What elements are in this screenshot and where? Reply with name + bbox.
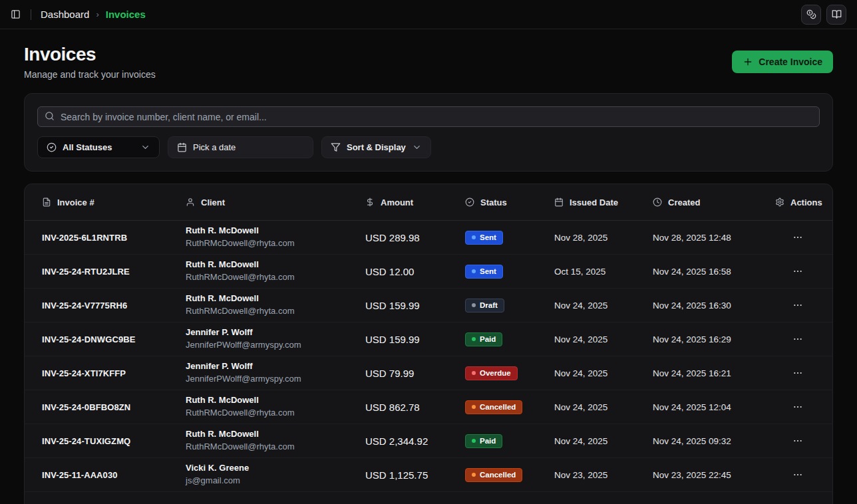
circle-check-icon bbox=[47, 142, 57, 152]
client-name: Jennifer P. Wolff bbox=[186, 326, 365, 339]
invoice-number: INV-25-24-XTI7KFFP bbox=[42, 368, 186, 378]
clock-icon bbox=[653, 197, 662, 207]
ellipsis-icon bbox=[792, 436, 803, 446]
invoice-amount: USD 862.78 bbox=[365, 402, 465, 413]
table-row[interactable]: INV-25-24-V7775RH6Ruth R. McDowellRuthRM… bbox=[25, 289, 832, 322]
status-badge: Paid bbox=[465, 434, 502, 448]
sidebar-toggle-button[interactable] bbox=[5, 5, 25, 25]
invoice-number: INV-25-24-0BFBO8ZN bbox=[42, 402, 186, 412]
client-name: Ruth R. McDowell bbox=[186, 225, 365, 237]
row-actions-button[interactable] bbox=[790, 263, 806, 279]
row-actions-button[interactable] bbox=[790, 365, 806, 381]
currency-button[interactable] bbox=[801, 5, 821, 25]
status-cell: Sent bbox=[465, 230, 554, 245]
docs-button[interactable] bbox=[826, 5, 846, 25]
table-row[interactable]: INV-25-24-XTI7KFFPJennifer P. WolffJenni… bbox=[25, 356, 832, 390]
table-row[interactable]: INV-25-24-DNWGC9BEJennifer P. WolffJenni… bbox=[25, 322, 832, 356]
client-name: Ruth R. McDowell bbox=[186, 428, 365, 441]
ellipsis-icon bbox=[792, 334, 803, 344]
search-input[interactable] bbox=[37, 106, 820, 127]
column-header-actions: Actions bbox=[775, 197, 822, 207]
column-header-client: Client bbox=[186, 197, 365, 207]
table-row[interactable]: INV-25-11-AAA030Vicki K. Greenejs@gmail.… bbox=[25, 458, 832, 492]
create-invoice-button[interactable]: Create Invoice bbox=[732, 51, 833, 73]
circle-check-icon bbox=[465, 197, 474, 207]
actions-cell bbox=[775, 331, 815, 347]
invoice-number: INV-25-24-V7775RH6 bbox=[42, 301, 186, 311]
actions-cell bbox=[775, 263, 815, 279]
created-date: Nov 24, 2025 16:21 bbox=[653, 368, 775, 378]
invoice-amount: USD 289.98 bbox=[365, 232, 465, 243]
issued-date: Nov 24, 2025 bbox=[554, 402, 653, 412]
status-cell: Draft bbox=[465, 298, 554, 313]
table-header-row: Invoice #ClientAmountStatusIssued DateCr… bbox=[25, 184, 832, 221]
breadcrumb-invoices: Invoices bbox=[106, 9, 146, 20]
row-actions-button[interactable] bbox=[790, 467, 806, 483]
invoice-number: INV-25-11-AAA030 bbox=[42, 470, 186, 480]
status-badge: Cancelled bbox=[465, 468, 522, 482]
plus-icon bbox=[743, 57, 753, 67]
status-badge: Cancelled bbox=[465, 400, 522, 414]
topbar-divider bbox=[31, 9, 31, 20]
client-name: Ruth R. McDowell bbox=[186, 394, 365, 407]
client-email: js@gmail.com bbox=[186, 475, 365, 487]
search-icon bbox=[45, 111, 55, 121]
row-actions-button[interactable] bbox=[790, 297, 806, 313]
status-badge: Paid bbox=[465, 332, 502, 346]
table-row[interactable]: INV-2025-6L1RNTRBRuth R. McDowellRuthRMc… bbox=[25, 221, 832, 255]
filters-panel: All Statuses Pick a date Sort & Display bbox=[24, 93, 833, 172]
issued-date: Nov 24, 2025 bbox=[554, 436, 653, 446]
status-badge: Draft bbox=[465, 299, 504, 313]
table-row[interactable]: INV-25-24-TUXIGZMQRuth R. McDowellRuthRM… bbox=[25, 424, 832, 458]
date-filter-button[interactable]: Pick a date bbox=[168, 136, 313, 158]
status-cell: Paid bbox=[465, 332, 554, 346]
status-filter-dropdown[interactable]: All Statuses bbox=[37, 136, 160, 158]
client-cell: Jennifer P. WolffJenniferPWolff@armyspy.… bbox=[186, 360, 365, 386]
status-cell: Sent bbox=[465, 264, 554, 279]
sort-display-dropdown[interactable]: Sort & Display bbox=[321, 136, 431, 158]
created-date: Nov 24, 2025 12:04 bbox=[653, 402, 775, 412]
table-row[interactable]: Ruth R. McDowell bbox=[25, 492, 832, 504]
client-cell: Ruth R. McDowellRuthRMcDowell@rhyta.com bbox=[186, 428, 365, 453]
created-date: Nov 24, 2025 16:29 bbox=[653, 334, 775, 344]
dollar-icon bbox=[365, 197, 375, 207]
breadcrumb-separator: › bbox=[96, 9, 98, 19]
client-email: RuthRMcDowell@rhyta.com bbox=[186, 271, 365, 284]
column-header-status: Status bbox=[465, 197, 554, 207]
table-row[interactable]: INV-25-24-RTU2JLRERuth R. McDowellRuthRM… bbox=[25, 255, 832, 289]
coins-icon bbox=[806, 9, 816, 19]
status-cell: Cancelled bbox=[465, 400, 554, 414]
status-cell: Overdue bbox=[465, 366, 554, 380]
status-badge: Overdue bbox=[465, 366, 518, 380]
client-email: JenniferPWolff@armyspy.com bbox=[186, 339, 365, 352]
column-header-issued-date: Issued Date bbox=[554, 197, 653, 207]
breadcrumb-dashboard[interactable]: Dashboard bbox=[41, 9, 89, 20]
actions-cell bbox=[775, 433, 815, 449]
book-open-icon bbox=[832, 9, 842, 19]
top-bar: Dashboard › Invoices bbox=[0, 0, 857, 29]
client-email: RuthRMcDowell@rhyta.com bbox=[186, 305, 365, 318]
actions-cell bbox=[775, 365, 815, 381]
chevron-down-icon bbox=[412, 142, 422, 152]
row-actions-button[interactable] bbox=[790, 229, 806, 245]
table-row[interactable]: INV-25-24-0BFBO8ZNRuth R. McDowellRuthRM… bbox=[25, 390, 832, 424]
issued-date: Nov 24, 2025 bbox=[554, 301, 653, 311]
created-date: Nov 24, 2025 16:30 bbox=[653, 301, 775, 311]
row-actions-button[interactable] bbox=[790, 331, 806, 347]
panel-left-icon bbox=[11, 9, 21, 19]
breadcrumb: Dashboard › Invoices bbox=[41, 9, 146, 20]
gear-icon bbox=[775, 197, 784, 207]
issued-date: Oct 15, 2025 bbox=[554, 267, 653, 277]
column-header-created: Created bbox=[653, 197, 775, 207]
row-actions-button[interactable] bbox=[790, 399, 806, 415]
client-name: Vicki K. Greene bbox=[186, 462, 365, 475]
issued-date: Nov 28, 2025 bbox=[554, 233, 653, 243]
client-cell: Vicki K. Greenejs@gmail.com bbox=[186, 462, 365, 487]
funnel-icon bbox=[331, 142, 341, 152]
row-actions-button[interactable] bbox=[790, 433, 806, 449]
status-cell: Paid bbox=[465, 434, 554, 448]
client-cell: Ruth R. McDowellRuthRMcDowell@rhyta.com bbox=[186, 293, 365, 318]
ellipsis-icon bbox=[792, 402, 803, 412]
column-header-invoice-: Invoice # bbox=[42, 197, 186, 207]
invoice-amount: USD 159.99 bbox=[365, 300, 465, 311]
